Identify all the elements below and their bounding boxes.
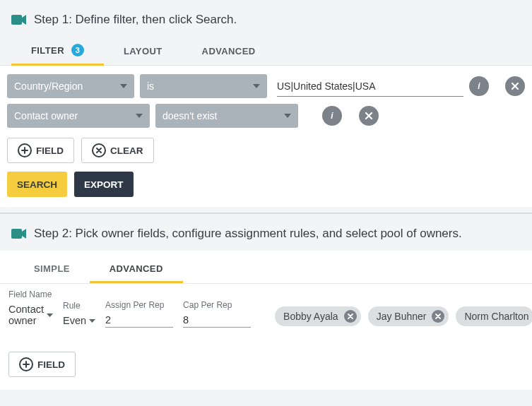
- field-name-value: Contact owner: [8, 304, 44, 326]
- add-field-button-2[interactable]: FIELD: [8, 352, 76, 377]
- svg-text:i: i: [478, 81, 480, 91]
- chip-label: Jay Buhner: [377, 311, 427, 322]
- export-label: EXPORT: [84, 179, 124, 190]
- chip-label: Norm Charlton: [464, 311, 528, 322]
- caret-down-icon: [136, 114, 143, 118]
- tab-advanced2[interactable]: ADVANCED: [90, 258, 183, 283]
- caret-down-icon: [47, 314, 53, 317]
- video-icon: [11, 14, 27, 25]
- label-field-name: Field Name: [8, 287, 53, 299]
- video-icon: [11, 228, 27, 239]
- tab-advanced-label: ADVANCED: [202, 46, 256, 56]
- caret-down-icon: [284, 114, 291, 118]
- label-cap-per-rep: Cap Per Rep: [183, 297, 251, 310]
- step2-tabs: SIMPLE ADVANCED: [0, 251, 532, 283]
- label-assign-per-rep: Assign Per Rep: [105, 297, 173, 310]
- step2-header: Step 2: Pick owner fields, configure ass…: [0, 214, 532, 251]
- filter-field-dropdown[interactable]: Country/Region: [7, 74, 134, 98]
- tab-advanced[interactable]: ADVANCED: [182, 37, 276, 65]
- plus-icon: [18, 143, 32, 157]
- owner-chip: Bobby Ayala: [275, 306, 361, 326]
- filter-row: Country/Region is i: [7, 74, 525, 98]
- add-field-label: FIELD: [36, 145, 64, 156]
- add-field-button[interactable]: FIELD: [7, 138, 74, 163]
- tab-layout-label: LAYOUT: [124, 46, 162, 56]
- caret-down-icon: [120, 84, 127, 88]
- col-rule: Rule Even: [63, 298, 95, 328]
- filter-row: Contact owner doesn't exist i: [7, 104, 525, 128]
- add-field-label-2: FIELD: [37, 359, 65, 370]
- svg-rect-0: [11, 15, 22, 25]
- assignment-action-row: FIELD: [8, 352, 524, 377]
- owner-chip: Jay Buhner: [368, 306, 449, 326]
- remove-filter-icon[interactable]: [505, 76, 525, 96]
- clear-button[interactable]: CLEAR: [81, 138, 154, 163]
- owner-chip: Norm Charlton: [456, 306, 532, 326]
- search-label: SEARCH: [17, 179, 57, 190]
- caret-down-icon: [89, 319, 95, 323]
- col-field-name: Field Name Contact owner: [8, 287, 53, 328]
- step1-title: Step 1: Define filter, then click Search…: [34, 13, 237, 27]
- step1-tabs: FILTER 3 LAYOUT ADVANCED: [0, 37, 532, 66]
- tab-advanced2-label: ADVANCED: [110, 263, 163, 274]
- chip-remove-icon[interactable]: [432, 310, 444, 323]
- tab-simple-label: SIMPLE: [34, 263, 70, 274]
- info-icon[interactable]: i: [322, 106, 342, 126]
- assignment-body: Field Name Contact owner Rule Even Assig…: [0, 283, 532, 390]
- filter-operator-dropdown[interactable]: doesn't exist: [155, 104, 298, 128]
- tab-layout[interactable]: LAYOUT: [104, 37, 182, 65]
- tab-filter-label: FILTER: [31, 45, 64, 56]
- chip-label: Bobby Ayala: [283, 311, 338, 322]
- filter-operator-value: is: [147, 80, 154, 92]
- clear-icon: [92, 143, 106, 157]
- step2-title: Step 2: Pick owner fields, configure ass…: [34, 227, 462, 241]
- label-rule: Rule: [63, 298, 95, 311]
- filter-value-input[interactable]: [277, 76, 463, 97]
- filter-operator-value: doesn't exist: [162, 110, 217, 121]
- filter-value-cell: [277, 76, 463, 97]
- chip-remove-icon[interactable]: [344, 310, 357, 323]
- col-assign-per-rep: Assign Per Rep: [105, 297, 173, 328]
- filter-field-dropdown[interactable]: Contact owner: [7, 104, 150, 128]
- rule-dropdown[interactable]: Even: [63, 314, 95, 328]
- step1-header: Step 1: Define filter, then click Search…: [0, 0, 532, 37]
- assignment-row: Field Name Contact owner Rule Even Assig…: [8, 284, 524, 330]
- filter-count-badge: 3: [71, 44, 84, 56]
- tab-simple[interactable]: SIMPLE: [14, 258, 90, 283]
- col-cap-per-rep: Cap Per Rep: [183, 297, 251, 328]
- owner-chips: Bobby Ayala Jay Buhner Norm Charlton: [261, 306, 532, 328]
- filter-action-row-1: FIELD CLEAR: [7, 138, 525, 163]
- svg-text:i: i: [331, 111, 333, 121]
- filter-body: Country/Region is i Contact owner doesn'…: [0, 66, 532, 207]
- tab-filter[interactable]: FILTER 3: [11, 37, 104, 66]
- caret-down-icon: [253, 84, 260, 88]
- export-button[interactable]: EXPORT: [74, 172, 134, 197]
- plus-icon: [19, 357, 33, 371]
- cap-per-rep-input[interactable]: [183, 313, 251, 328]
- rule-value: Even: [63, 315, 86, 326]
- filter-field-value: Country/Region: [14, 80, 83, 92]
- search-button[interactable]: SEARCH: [7, 172, 67, 197]
- field-name-dropdown[interactable]: Contact owner: [8, 302, 53, 328]
- filter-field-value: Contact owner: [14, 110, 78, 121]
- assign-per-rep-input[interactable]: [105, 313, 173, 328]
- clear-label: CLEAR: [110, 145, 143, 156]
- info-icon[interactable]: i: [469, 76, 489, 96]
- svg-rect-3: [11, 229, 22, 239]
- filter-operator-dropdown[interactable]: is: [140, 74, 267, 98]
- filter-action-row-2: SEARCH EXPORT: [7, 172, 525, 197]
- remove-filter-icon[interactable]: [359, 106, 379, 126]
